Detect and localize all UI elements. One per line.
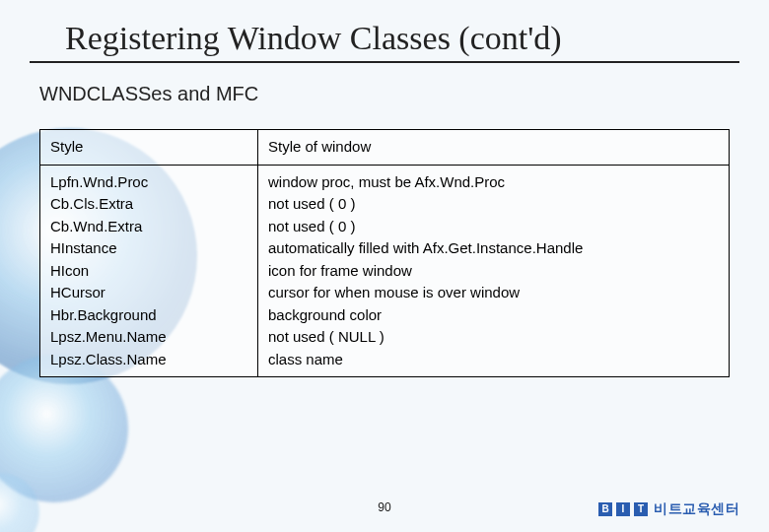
- logo-letter: T: [634, 502, 648, 516]
- page-title: Registering Window Classes (cont'd): [65, 20, 739, 57]
- page-number: 90: [378, 500, 390, 514]
- table-body-row: Lpfn.Wnd.ProcCb.Cls.ExtraCb.Wnd.ExtraHIn…: [40, 165, 730, 377]
- title-underline: [30, 61, 739, 63]
- logo-letter: B: [598, 502, 612, 516]
- footer-text: 비트교육센터: [654, 500, 739, 518]
- slide: Registering Window Classes (cont'd) WNDC…: [0, 0, 769, 532]
- footer-logo: B I T 비트교육센터: [598, 500, 739, 518]
- body-cell-right: window proc, must be Afx.Wnd.Procnot use…: [258, 165, 730, 377]
- subtitle: WNDCLASSes and MFC: [39, 83, 739, 105]
- wndclass-table: Style Style of window Lpfn.Wnd.ProcCb.Cl…: [39, 129, 730, 377]
- header-cell-right: Style of window: [258, 130, 730, 166]
- body-cell-left: Lpfn.Wnd.ProcCb.Cls.ExtraCb.Wnd.ExtraHIn…: [40, 165, 258, 377]
- table-header-row: Style Style of window: [40, 130, 730, 166]
- header-cell-left: Style: [40, 130, 258, 166]
- logo-letter: I: [616, 502, 630, 516]
